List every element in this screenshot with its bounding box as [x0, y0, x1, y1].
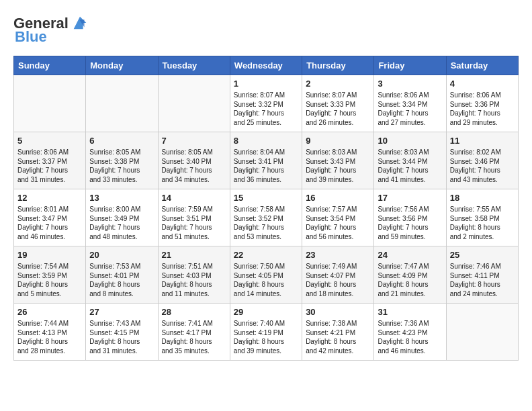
day-number: 25 [450, 250, 515, 260]
calendar-day-cell: 6Sunrise: 8:05 AM Sunset: 3:38 PM Daylig… [86, 132, 158, 189]
day-number: 21 [162, 250, 226, 260]
day-content: Sunrise: 7:57 AM Sunset: 3:54 PM Dayligh… [306, 205, 370, 241]
day-number: 19 [17, 250, 82, 260]
day-number: 9 [306, 136, 370, 146]
day-number: 22 [234, 250, 298, 260]
day-content: Sunrise: 8:07 AM Sunset: 3:33 PM Dayligh… [306, 91, 370, 127]
day-content: Sunrise: 7:40 AM Sunset: 4:19 PM Dayligh… [234, 319, 298, 355]
calendar-day-cell: 26Sunrise: 7:44 AM Sunset: 4:13 PM Dayli… [14, 304, 86, 361]
day-number: 1 [234, 79, 298, 89]
day-content: Sunrise: 8:01 AM Sunset: 3:47 PM Dayligh… [17, 205, 82, 241]
calendar-day-cell: 21Sunrise: 7:51 AM Sunset: 4:03 PM Dayli… [158, 246, 230, 304]
calendar-week-row: 26Sunrise: 7:44 AM Sunset: 4:13 PM Dayli… [14, 304, 519, 361]
day-content: Sunrise: 7:46 AM Sunset: 4:11 PM Dayligh… [450, 262, 515, 298]
day-number: 23 [306, 250, 370, 260]
day-number: 11 [450, 136, 515, 146]
calendar-day-cell: 29Sunrise: 7:40 AM Sunset: 4:19 PM Dayli… [230, 304, 302, 361]
day-number: 17 [378, 193, 442, 203]
day-number: 14 [162, 193, 226, 203]
day-content: Sunrise: 7:49 AM Sunset: 4:07 PM Dayligh… [306, 262, 370, 298]
day-number: 28 [162, 307, 226, 317]
day-content: Sunrise: 8:00 AM Sunset: 3:49 PM Dayligh… [89, 205, 154, 241]
calendar-day-cell: 8Sunrise: 8:04 AM Sunset: 3:41 PM Daylig… [230, 132, 302, 189]
day-content: Sunrise: 7:50 AM Sunset: 4:05 PM Dayligh… [234, 262, 298, 298]
weekday-header-saturday: Saturday [446, 56, 518, 75]
calendar-day-cell: 19Sunrise: 7:54 AM Sunset: 3:59 PM Dayli… [14, 246, 86, 304]
day-number: 10 [378, 136, 442, 146]
day-content: Sunrise: 8:07 AM Sunset: 3:32 PM Dayligh… [234, 91, 298, 127]
calendar-day-cell: 10Sunrise: 8:03 AM Sunset: 3:44 PM Dayli… [374, 132, 446, 189]
calendar-week-row: 12Sunrise: 8:01 AM Sunset: 3:47 PM Dayli… [14, 189, 519, 246]
calendar-day-cell: 23Sunrise: 7:49 AM Sunset: 4:07 PM Dayli… [302, 246, 374, 304]
calendar-day-cell: 14Sunrise: 7:59 AM Sunset: 3:51 PM Dayli… [158, 189, 230, 246]
page-header: General Blue [13, 13, 519, 46]
day-number: 3 [378, 79, 442, 89]
calendar-day-cell: 28Sunrise: 7:41 AM Sunset: 4:17 PM Dayli… [158, 304, 230, 361]
logo-icon [71, 13, 89, 32]
day-content: Sunrise: 8:06 AM Sunset: 3:37 PM Dayligh… [17, 148, 82, 184]
day-content: Sunrise: 7:36 AM Sunset: 4:23 PM Dayligh… [378, 319, 442, 355]
day-number: 27 [89, 307, 154, 317]
day-number: 29 [234, 307, 298, 317]
day-content: Sunrise: 7:43 AM Sunset: 4:15 PM Dayligh… [89, 319, 154, 355]
day-number: 18 [450, 193, 515, 203]
calendar-day-cell: 9Sunrise: 8:03 AM Sunset: 3:43 PM Daylig… [302, 132, 374, 189]
day-content: Sunrise: 8:05 AM Sunset: 3:40 PM Dayligh… [162, 148, 226, 184]
day-content: Sunrise: 7:54 AM Sunset: 3:59 PM Dayligh… [17, 262, 82, 298]
day-number: 31 [378, 307, 442, 317]
logo: General Blue [13, 13, 89, 46]
day-content: Sunrise: 7:58 AM Sunset: 3:52 PM Dayligh… [234, 205, 298, 241]
weekday-header-monday: Monday [86, 56, 158, 75]
calendar-day-cell: 15Sunrise: 7:58 AM Sunset: 3:52 PM Dayli… [230, 189, 302, 246]
calendar-day-cell: 25Sunrise: 7:46 AM Sunset: 4:11 PM Dayli… [446, 246, 518, 304]
day-content: Sunrise: 8:03 AM Sunset: 3:44 PM Dayligh… [378, 148, 442, 184]
day-number: 7 [162, 136, 226, 146]
calendar-week-row: 19Sunrise: 7:54 AM Sunset: 3:59 PM Dayli… [14, 246, 519, 304]
calendar-day-cell: 30Sunrise: 7:38 AM Sunset: 4:21 PM Dayli… [302, 304, 374, 361]
calendar-empty-cell [86, 75, 158, 132]
calendar-day-cell: 5Sunrise: 8:06 AM Sunset: 3:37 PM Daylig… [14, 132, 86, 189]
calendar-day-cell: 11Sunrise: 8:02 AM Sunset: 3:46 PM Dayli… [446, 132, 518, 189]
calendar-day-cell: 31Sunrise: 7:36 AM Sunset: 4:23 PM Dayli… [374, 304, 446, 361]
day-content: Sunrise: 7:55 AM Sunset: 3:58 PM Dayligh… [450, 205, 515, 241]
calendar-day-cell: 24Sunrise: 7:47 AM Sunset: 4:09 PM Dayli… [374, 246, 446, 304]
weekday-header-thursday: Thursday [302, 56, 374, 75]
day-content: Sunrise: 7:51 AM Sunset: 4:03 PM Dayligh… [162, 262, 226, 298]
calendar-day-cell: 17Sunrise: 7:56 AM Sunset: 3:56 PM Dayli… [374, 189, 446, 246]
calendar-empty-cell [446, 304, 518, 361]
calendar-day-cell: 12Sunrise: 8:01 AM Sunset: 3:47 PM Dayli… [14, 189, 86, 246]
calendar-day-cell: 7Sunrise: 8:05 AM Sunset: 3:40 PM Daylig… [158, 132, 230, 189]
calendar-table: SundayMondayTuesdayWednesdayThursdayFrid… [13, 56, 519, 361]
day-content: Sunrise: 7:47 AM Sunset: 4:09 PM Dayligh… [378, 262, 442, 298]
day-number: 4 [450, 79, 515, 89]
day-number: 12 [17, 193, 82, 203]
day-content: Sunrise: 8:06 AM Sunset: 3:36 PM Dayligh… [450, 91, 515, 127]
calendar-day-cell: 22Sunrise: 7:50 AM Sunset: 4:05 PM Dayli… [230, 246, 302, 304]
day-number: 2 [306, 79, 370, 89]
day-content: Sunrise: 8:05 AM Sunset: 3:38 PM Dayligh… [89, 148, 154, 184]
calendar-week-row: 1Sunrise: 8:07 AM Sunset: 3:32 PM Daylig… [14, 75, 519, 132]
calendar-empty-cell [14, 75, 86, 132]
weekday-header-tuesday: Tuesday [158, 56, 230, 75]
calendar-body: 1Sunrise: 8:07 AM Sunset: 3:32 PM Daylig… [14, 75, 519, 361]
weekday-header-row: SundayMondayTuesdayWednesdayThursdayFrid… [14, 56, 519, 75]
day-content: Sunrise: 7:59 AM Sunset: 3:51 PM Dayligh… [162, 205, 226, 241]
day-content: Sunrise: 8:04 AM Sunset: 3:41 PM Dayligh… [234, 148, 298, 184]
calendar-day-cell: 20Sunrise: 7:53 AM Sunset: 4:01 PM Dayli… [86, 246, 158, 304]
day-content: Sunrise: 7:44 AM Sunset: 4:13 PM Dayligh… [17, 319, 82, 355]
day-content: Sunrise: 7:38 AM Sunset: 4:21 PM Dayligh… [306, 319, 370, 355]
day-number: 26 [17, 307, 82, 317]
day-number: 20 [89, 250, 154, 260]
calendar-day-cell: 27Sunrise: 7:43 AM Sunset: 4:15 PM Dayli… [86, 304, 158, 361]
day-number: 5 [17, 136, 82, 146]
weekday-header-friday: Friday [374, 56, 446, 75]
day-content: Sunrise: 7:56 AM Sunset: 3:56 PM Dayligh… [378, 205, 442, 241]
calendar-day-cell: 1Sunrise: 8:07 AM Sunset: 3:32 PM Daylig… [230, 75, 302, 132]
weekday-header-wednesday: Wednesday [230, 56, 302, 75]
day-number: 15 [234, 193, 298, 203]
day-content: Sunrise: 7:41 AM Sunset: 4:17 PM Dayligh… [162, 319, 226, 355]
calendar-week-row: 5Sunrise: 8:06 AM Sunset: 3:37 PM Daylig… [14, 132, 519, 189]
day-number: 8 [234, 136, 298, 146]
day-content: Sunrise: 8:03 AM Sunset: 3:43 PM Dayligh… [306, 148, 370, 184]
day-number: 24 [378, 250, 442, 260]
